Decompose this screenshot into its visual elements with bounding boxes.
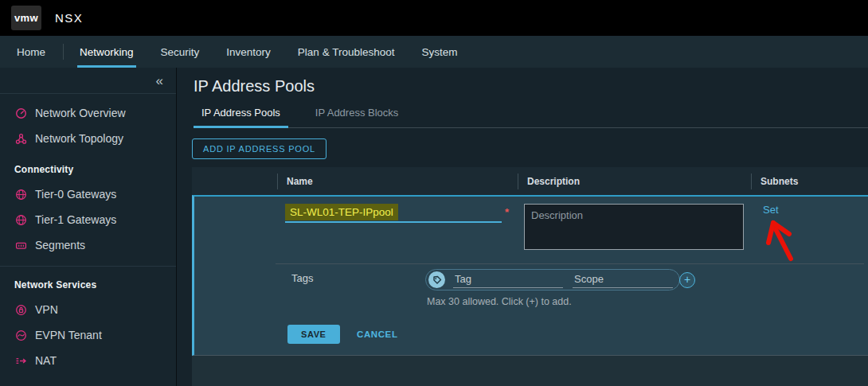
pools-table: Name Description Subnets SL-WL01-TEP-IPp… xyxy=(192,167,868,386)
sidebar-item-segments[interactable]: Segments xyxy=(0,232,176,258)
table-header-row: Name Description Subnets xyxy=(192,167,868,195)
globe-icon xyxy=(14,213,27,226)
sidebar-item-network-overview[interactable]: Network Overview xyxy=(0,100,176,126)
table-header-subnets: Subnets xyxy=(751,174,868,189)
sidebar-item-label: Tier-0 Gateways xyxy=(35,188,116,201)
sidebar-section-network-services: Network Services xyxy=(0,273,176,297)
lock-circle-icon xyxy=(14,303,27,316)
scope-input[interactable] xyxy=(573,271,673,288)
nat-arrow-icon xyxy=(14,354,27,367)
nav-item-system[interactable]: System xyxy=(419,36,459,68)
top-bar: vmw NSX xyxy=(0,0,868,36)
router-icon xyxy=(14,329,27,341)
nav-divider xyxy=(63,44,64,60)
annotation-arrow-icon xyxy=(752,214,807,270)
sidebar-item-vpn[interactable]: VPN xyxy=(0,297,176,322)
nav-item-inventory[interactable]: Inventory xyxy=(224,36,273,68)
main-nav: Home Networking Security Inventory Plan … xyxy=(0,36,868,68)
sidebar-item-label: Tier-1 Gateways xyxy=(35,213,116,226)
nav-item-security[interactable]: Security xyxy=(158,36,202,68)
save-button[interactable]: SAVE xyxy=(287,325,340,344)
sidebar-item-label: Segments xyxy=(35,239,85,251)
sidebar-item-label: VPN xyxy=(35,303,58,316)
sidebar-item-tier1-gateways[interactable]: Tier-1 Gateways xyxy=(0,207,176,232)
sidebar-collapse-icon[interactable]: « xyxy=(156,74,163,88)
table-header-description: Description xyxy=(518,174,751,189)
vmware-logo-text: vmw xyxy=(14,12,38,24)
table-empty-area xyxy=(192,356,868,386)
page-title: IP Address Pools xyxy=(177,68,868,96)
tab-ip-address-blocks[interactable]: IP Address Blocks xyxy=(307,107,407,128)
sidebar-divider xyxy=(0,266,176,267)
sidebar-section-connectivity: Connectivity xyxy=(0,158,176,181)
add-ip-address-pool-button[interactable]: ADD IP ADDRESS POOL xyxy=(192,138,326,159)
product-title: NSX xyxy=(55,11,83,25)
content-tabs: IP Address Pools IP Address Blocks xyxy=(194,107,868,128)
add-tag-button[interactable]: + xyxy=(679,272,695,288)
form-separator xyxy=(276,263,864,264)
tag-entry-pill: + xyxy=(425,269,680,290)
main-content: IP Address Pools IP Address Pools IP Add… xyxy=(177,68,868,386)
segments-icon xyxy=(14,239,27,251)
sidebar-item-network-topology[interactable]: Network Topology xyxy=(0,126,176,151)
sidebar-item-tier0-gateways[interactable]: Tier-0 Gateways xyxy=(0,181,176,207)
tags-help-text: Max 30 allowed. Click (+) to add. xyxy=(427,296,572,307)
required-marker: * xyxy=(505,206,509,218)
table-header-name: Name xyxy=(277,174,518,189)
gauge-icon xyxy=(14,107,27,119)
vmware-logo: vmw xyxy=(11,6,41,30)
nsx-app-window: vmw NSX Home Networking Security Invento… xyxy=(0,0,868,386)
pool-edit-row: SL-WL01-TEP-IPpool * Set Tags xyxy=(192,195,868,356)
sidebar-item-label: NAT xyxy=(35,354,57,367)
cancel-button[interactable]: CANCEL xyxy=(357,329,398,339)
globe-icon xyxy=(14,188,27,201)
sidebar: « Network Overview Network Topology Conn… xyxy=(0,68,177,386)
nav-item-home[interactable]: Home xyxy=(14,36,48,68)
pool-name-value[interactable]: SL-WL01-TEP-IPpool xyxy=(285,204,398,220)
nav-item-networking[interactable]: Networking xyxy=(77,36,136,68)
toolbar: ADD IP ADDRESS POOL xyxy=(177,128,868,159)
pool-description-textarea[interactable] xyxy=(524,204,744,250)
sidebar-item-label: EVPN Tenant xyxy=(35,329,102,341)
sidebar-item-evpn-tenant[interactable]: EVPN Tenant xyxy=(0,322,176,348)
subnets-set-link[interactable]: Set xyxy=(763,204,779,216)
table-header-select xyxy=(192,174,277,189)
nav-item-plan-troubleshoot[interactable]: Plan & Troubleshoot xyxy=(295,36,397,68)
name-input-underline xyxy=(285,221,502,223)
topology-icon xyxy=(14,132,27,145)
sidebar-item-label: Network Topology xyxy=(35,132,123,145)
sidebar-item-nat[interactable]: NAT xyxy=(0,348,176,373)
tag-input[interactable] xyxy=(453,271,563,288)
tab-ip-address-pools[interactable]: IP Address Pools xyxy=(194,107,288,128)
sidebar-item-label: Network Overview xyxy=(35,107,126,119)
tag-icon xyxy=(428,271,445,288)
tags-label: Tags xyxy=(291,272,313,284)
